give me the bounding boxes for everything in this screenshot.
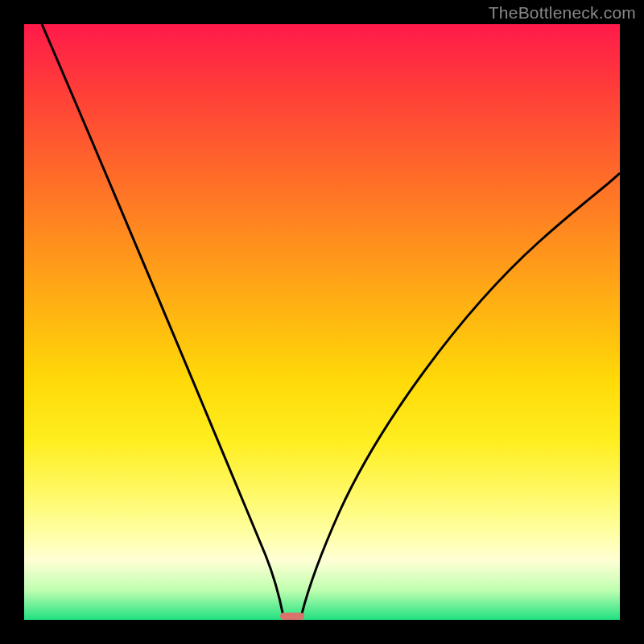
chart-frame: TheBottleneck.com <box>0 0 644 644</box>
curve-layer <box>24 24 620 620</box>
left-curve <box>42 24 283 617</box>
watermark-text: TheBottleneck.com <box>489 3 636 23</box>
plot-area <box>24 24 620 620</box>
bottleneck-marker <box>280 613 304 620</box>
right-curve <box>301 173 620 617</box>
